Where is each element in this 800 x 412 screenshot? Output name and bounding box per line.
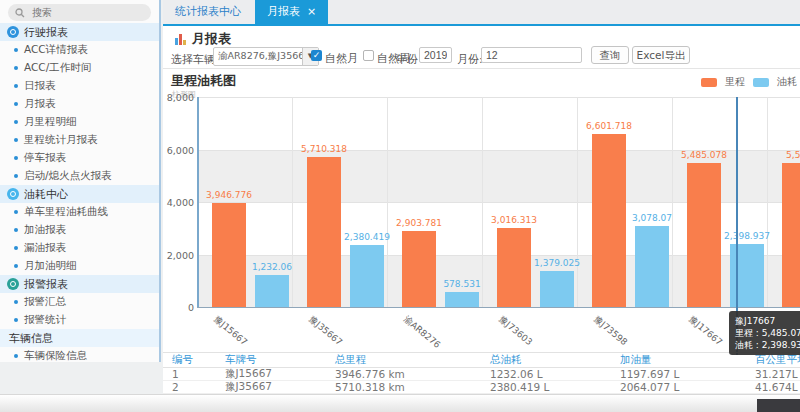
sidebar-item-label: 漏油报表 <box>24 241 66 255</box>
bullet-icon <box>14 354 18 358</box>
table-header-cell[interactable]: 编号 <box>163 353 216 367</box>
sidebar-item[interactable]: 日报表 <box>0 77 159 95</box>
natural-week-checkbox[interactable] <box>363 50 374 61</box>
sidebar-item[interactable]: 单车里程油耗曲线 <box>0 203 159 221</box>
sidebar-section-2[interactable]: 报警报表 <box>0 275 159 293</box>
sidebar-section-3[interactable]: 车辆信息 <box>0 329 159 347</box>
search-input[interactable] <box>30 6 144 19</box>
sidebar-item[interactable]: 月加油明细 <box>0 257 159 275</box>
bar-value-label: 2,380.419 <box>335 232 399 242</box>
sidebar-item[interactable]: 加油报表 <box>0 221 159 239</box>
bar-value-label: 5,710.318 <box>292 144 356 154</box>
fuel-bar[interactable] <box>540 271 574 307</box>
sidebar: 行驶报表ACC详情报表ACC/工作时间日报表月报表月里程明细里程统计月报表停车报… <box>0 0 161 362</box>
sidebar-section-1[interactable]: 油耗中心 <box>0 185 159 203</box>
alarm-icon <box>7 278 19 290</box>
sidebar-item[interactable]: 车辆保险信息 <box>0 347 159 365</box>
fuel-icon <box>7 188 19 200</box>
y-tick-label: 4,000 <box>167 197 194 208</box>
bottom-scrollbar-area[interactable] <box>0 394 800 412</box>
sidebar-item[interactable]: 月报表 <box>0 95 159 113</box>
sidebar-item[interactable]: 漏油报表 <box>0 239 159 257</box>
x-axis-labels: 豫J15667豫J35667渝AR8276豫J73603豫J73598豫J176… <box>197 308 800 351</box>
fuel-bar[interactable] <box>635 226 669 307</box>
category-splitline <box>387 97 388 307</box>
vehicle-select-value: 渝AR8276,豫J35667,豫J15667 <box>214 48 302 65</box>
table-row[interactable]: 2豫J356675710.318 km2380.419 L2064.077 L4… <box>163 381 800 394</box>
sidebar-item[interactable]: 报警汇总 <box>0 293 159 311</box>
sidebar-item-label: 报警汇总 <box>24 295 66 309</box>
tab-report-center[interactable]: 统计报表中心 <box>163 0 253 24</box>
sidebar-item[interactable]: ACC详情报表 <box>0 41 159 59</box>
sidebar-item[interactable]: 里程统计月报表 <box>0 131 159 149</box>
sidebar-section-label: 油耗中心 <box>24 187 68 202</box>
table-header-cell[interactable]: 总油耗 <box>481 353 611 367</box>
bullet-icon <box>14 264 18 268</box>
legend-fuel-swatch[interactable] <box>753 78 769 87</box>
tooltip-title: 豫J17667 <box>735 315 800 327</box>
bar-value-label: 5,500 <box>767 150 800 160</box>
excel-export-button[interactable]: Excel导出 <box>632 46 690 64</box>
legend-fuel-label[interactable]: 油耗 <box>777 75 797 89</box>
table-cell: 31.217L <box>746 368 800 380</box>
category-splitline <box>482 97 483 307</box>
y-tick-label: 8,000 <box>167 92 194 103</box>
natural-month-checkbox[interactable]: ✓ <box>311 50 322 61</box>
mileage-bar[interactable] <box>782 163 800 307</box>
sidebar-search[interactable] <box>8 4 151 21</box>
category-splitline <box>292 97 293 307</box>
sidebar-item-label: 启动/熄火点火报表 <box>24 169 112 183</box>
table-header-cell[interactable]: 车牌号 <box>216 353 326 367</box>
x-tick-label: 渝AR8276 <box>401 313 443 351</box>
x-tick-label: 豫J17667 <box>686 313 725 349</box>
fuel-bar[interactable] <box>445 292 479 307</box>
sidebar-item[interactable]: 报警统计 <box>0 311 159 329</box>
gridline <box>197 97 800 98</box>
month-label: 月份: <box>457 52 483 67</box>
sidebar-section-label: 车辆信息 <box>9 331 53 346</box>
table-cell: 3946.776 km <box>326 368 481 380</box>
mileage-bar[interactable] <box>402 231 436 307</box>
sidebar-item-label: 车辆保险信息 <box>24 349 87 363</box>
chart-title: 里程油耗图 <box>171 72 236 90</box>
bar-chart-icon <box>175 33 186 45</box>
bullet-icon <box>14 66 18 70</box>
y-tick-label: 0 <box>188 302 194 313</box>
x-tick-label: 豫J35667 <box>306 313 345 349</box>
sidebar-item-label: ACC/工作时间 <box>24 61 91 75</box>
bullet-icon <box>14 210 18 214</box>
sidebar-item[interactable]: 月里程明细 <box>0 113 159 131</box>
fuel-bar[interactable] <box>255 275 289 307</box>
search-button[interactable]: 查询 <box>591 46 629 64</box>
year-field[interactable] <box>419 47 452 63</box>
sidebar-item[interactable]: 停车报表 <box>0 149 159 167</box>
legend-mileage-swatch[interactable] <box>701 78 717 87</box>
y-tick-label: 6,000 <box>167 145 194 156</box>
sidebar-item-label: 加油报表 <box>24 223 66 237</box>
table-cell: 1197.697 L <box>611 368 746 380</box>
natural-month-label: 自然月 <box>325 51 358 66</box>
main-content: 月报表 选择车辆 : 渝AR8276,豫J35667,豫J15667 ▼ ✓ 自… <box>163 26 800 394</box>
mileage-bar[interactable] <box>212 203 246 307</box>
month-field[interactable] <box>481 47 582 63</box>
sidebar-item[interactable]: 启动/熄火点火报表 <box>0 167 159 185</box>
bullet-icon <box>14 174 18 178</box>
legend-mileage-label[interactable]: 里程 <box>725 75 745 89</box>
table-header-cell[interactable]: 总里程 <box>326 353 481 367</box>
x-tick-label: 豫J73603 <box>496 313 535 349</box>
tab-monthly-report[interactable]: 月报表× <box>255 0 328 24</box>
page-title: 月报表 <box>192 30 231 48</box>
fuel-bar[interactable] <box>350 245 384 307</box>
sidebar-item[interactable]: ACC/工作时间 <box>0 59 159 77</box>
sidebar-section-0[interactable]: 行驶报表 <box>0 23 159 41</box>
y-axis-line <box>197 97 199 307</box>
bullet-icon <box>14 84 18 88</box>
y-axis-labels: 8,0006,0004,0002,0000 <box>165 97 194 311</box>
table-header-cell[interactable]: 加油量 <box>611 353 746 367</box>
sidebar-nav: 行驶报表ACC详情报表ACC/工作时间日报表月报表月里程明细里程统计月报表停车报… <box>0 23 159 365</box>
tab-bar: 统计报表中心 月报表× <box>163 0 800 26</box>
vehicle-select[interactable]: 渝AR8276,豫J35667,豫J15667 ▼ <box>213 47 319 66</box>
table-header-cell[interactable]: 百公里平均油耗 <box>746 353 800 367</box>
sidebar-item-label: 停车报表 <box>24 151 66 165</box>
close-icon[interactable]: × <box>307 5 316 18</box>
